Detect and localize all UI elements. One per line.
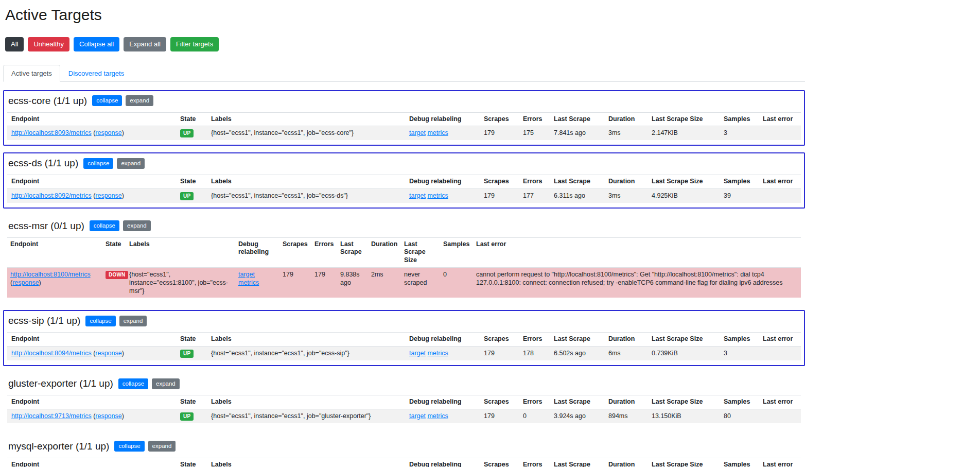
column-header-errors: Errors bbox=[519, 333, 550, 347]
tab-discovered-targets[interactable]: Discovered targets bbox=[60, 65, 132, 82]
job-title: ecss-msr (0/1 up) bbox=[8, 220, 84, 232]
labels-cell: {host="ecss1", instance="ecss1", job="ec… bbox=[207, 347, 405, 361]
collapse-all-button[interactable]: Collapse all bbox=[74, 37, 119, 51]
response-link[interactable]: response bbox=[95, 129, 121, 136]
job-header: gluster-exporter (1/1 up) collapse expan… bbox=[8, 378, 801, 389]
endpoint-link[interactable]: http://localhost:8094/metrics bbox=[11, 350, 92, 357]
expand-button[interactable]: expand bbox=[123, 220, 151, 231]
column-header-endpoint: Endpoint bbox=[7, 395, 176, 409]
column-header-last-scrape: Last Scrape bbox=[337, 237, 368, 267]
endpoint-cell: http://localhost:8093/metrics (response) bbox=[7, 126, 176, 141]
state-cell: UP bbox=[176, 188, 207, 203]
target-link[interactable]: target bbox=[238, 271, 255, 278]
column-header-state: State bbox=[176, 333, 207, 347]
response-link[interactable]: response bbox=[95, 350, 121, 357]
expand-all-button[interactable]: Expand all bbox=[124, 37, 166, 51]
column-header-errors: Errors bbox=[519, 458, 550, 467]
filter-all-button[interactable]: All bbox=[5, 37, 24, 51]
scrapes-cell: 179 bbox=[480, 347, 519, 361]
metrics-link[interactable]: metrics bbox=[427, 350, 448, 357]
job-section-gluster-exporter: gluster-exporter (1/1 up) collapse expan… bbox=[3, 373, 805, 429]
state-badge: UP bbox=[180, 129, 194, 137]
targets-table: Endpoint State Labels Debug relabeling S… bbox=[7, 175, 801, 203]
column-header-samples: Samples bbox=[720, 175, 759, 189]
filter-targets-button[interactable]: Filter targets bbox=[170, 37, 219, 51]
expand-button[interactable]: expand bbox=[119, 316, 147, 326]
metrics-link[interactable]: metrics bbox=[427, 129, 448, 136]
samples-cell: 80 bbox=[720, 409, 759, 423]
column-header-samples: Samples bbox=[720, 333, 759, 347]
endpoint-link[interactable]: http://localhost:8093/metrics bbox=[11, 129, 92, 136]
collapse-button[interactable]: collapse bbox=[118, 378, 148, 389]
expand-button[interactable]: expand bbox=[148, 441, 176, 452]
column-header-last-scrape: Last Scrape bbox=[550, 333, 604, 347]
target-row: http://localhost:8093/metrics (response)… bbox=[7, 126, 801, 141]
endpoint-link[interactable]: http://localhost:8092/metrics bbox=[11, 192, 92, 199]
expand-button[interactable]: expand bbox=[152, 378, 180, 389]
column-header-endpoint: Endpoint bbox=[7, 175, 176, 189]
paren-close: ) bbox=[122, 192, 124, 199]
collapse-button[interactable]: collapse bbox=[83, 158, 113, 169]
target-link[interactable]: target bbox=[409, 129, 426, 136]
column-header-endpoint: Endpoint bbox=[7, 237, 102, 267]
column-header-last-scrape-size: Last Scrape Size bbox=[401, 237, 440, 267]
column-header-endpoint: Endpoint bbox=[7, 112, 176, 126]
scrapes-cell: 179 bbox=[480, 126, 519, 141]
column-header-scrapes: Scrapes bbox=[480, 112, 519, 126]
last-error-cell bbox=[759, 126, 801, 141]
column-header-labels: Labels bbox=[207, 458, 405, 467]
column-header-last-error: Last error bbox=[473, 237, 801, 267]
column-header-debug-relabeling: Debug relabeling bbox=[405, 333, 480, 347]
target-link[interactable]: target bbox=[409, 412, 426, 420]
column-header-last-error: Last error bbox=[759, 395, 801, 409]
target-link[interactable]: target bbox=[409, 192, 426, 199]
job-title: ecss-core (1/1 up) bbox=[8, 95, 87, 107]
filter-toolbar: All Unhealthy Collapse all Expand all Fi… bbox=[5, 37, 805, 51]
endpoint-cell: http://localhost:8100/metrics (response) bbox=[7, 267, 102, 298]
paren-close: ) bbox=[122, 350, 124, 357]
column-header-state: State bbox=[176, 175, 207, 189]
endpoint-cell: http://localhost:8094/metrics (response) bbox=[7, 347, 176, 361]
job-header: ecss-sip (1/1 up) collapse expand bbox=[8, 315, 801, 326]
collapse-button[interactable]: collapse bbox=[114, 441, 144, 452]
target-link[interactable]: target bbox=[409, 350, 426, 357]
column-header-duration: Duration bbox=[604, 458, 647, 467]
endpoint-link[interactable]: http://localhost:9713/metrics bbox=[11, 412, 92, 420]
column-header-scrapes: Scrapes bbox=[480, 333, 519, 347]
column-header-debug-relabeling: Debug relabeling bbox=[405, 395, 480, 409]
table-header-row: Endpoint State Labels Debug relabeling S… bbox=[7, 458, 801, 467]
last-error-cell bbox=[759, 409, 801, 423]
duration-cell: 2ms bbox=[368, 267, 401, 298]
endpoint-link[interactable]: http://localhost:8100/metrics bbox=[10, 271, 91, 278]
collapse-button[interactable]: collapse bbox=[90, 220, 119, 231]
column-header-samples: Samples bbox=[440, 237, 473, 267]
endpoint-cell: http://localhost:9713/metrics (response) bbox=[7, 409, 176, 423]
filter-unhealthy-button[interactable]: Unhealthy bbox=[28, 37, 69, 51]
column-header-state: State bbox=[176, 395, 207, 409]
column-header-last-scrape: Last Scrape bbox=[550, 395, 604, 409]
metrics-link[interactable]: metrics bbox=[238, 279, 259, 286]
targets-table: Endpoint State Labels Debug relabeling S… bbox=[7, 237, 801, 298]
column-header-labels: Labels bbox=[207, 112, 405, 126]
expand-button[interactable]: expand bbox=[126, 95, 153, 106]
duration-cell: 894ms bbox=[604, 409, 647, 423]
column-header-errors: Errors bbox=[519, 175, 550, 189]
response-link[interactable]: response bbox=[95, 192, 121, 199]
collapse-button[interactable]: collapse bbox=[92, 95, 122, 106]
expand-button[interactable]: expand bbox=[117, 158, 145, 169]
response-link[interactable]: response bbox=[12, 279, 39, 286]
collapse-button[interactable]: collapse bbox=[85, 316, 115, 326]
state-cell: DOWN bbox=[102, 267, 126, 298]
metrics-link[interactable]: metrics bbox=[427, 192, 448, 199]
duration-cell: 3ms bbox=[604, 126, 647, 141]
errors-cell: 177 bbox=[519, 188, 550, 203]
scrapes-cell: 179 bbox=[279, 267, 311, 298]
metrics-link[interactable]: metrics bbox=[427, 412, 448, 420]
last-scrape-cell: 7.841s ago bbox=[550, 126, 604, 141]
table-header-row: Endpoint State Labels Debug relabeling S… bbox=[7, 237, 801, 267]
column-header-endpoint: Endpoint bbox=[7, 333, 176, 347]
response-link[interactable]: response bbox=[95, 412, 121, 420]
column-header-last-scrape-size: Last Scrape Size bbox=[647, 458, 720, 467]
job-section-ecss-ds: ecss-ds (1/1 up) collapse expand Endpoin… bbox=[3, 152, 805, 209]
tab-active-targets[interactable]: Active targets bbox=[3, 65, 60, 82]
